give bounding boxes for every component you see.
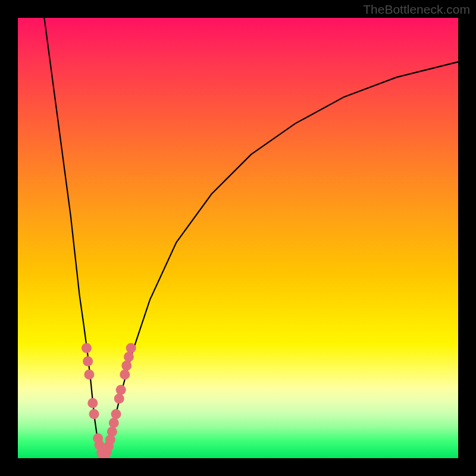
curve-left-branch — [44, 18, 101, 455]
plot-area — [18, 18, 458, 458]
dot-point — [116, 385, 126, 395]
dot-point — [114, 394, 124, 404]
dot-point — [126, 343, 136, 353]
dot-point — [109, 418, 119, 428]
dot-point — [111, 409, 121, 419]
dot-point — [89, 409, 99, 419]
dot-point — [120, 369, 130, 380]
dot-point — [83, 356, 93, 367]
dot-point — [82, 343, 92, 353]
chart-frame: TheBottleneck.com — [0, 0, 476, 476]
dot-point — [121, 361, 131, 371]
highlight-dots — [82, 343, 136, 459]
curve-right-branch — [104, 62, 458, 456]
watermark-text: TheBottleneck.com — [363, 2, 470, 17]
dot-point — [87, 398, 98, 408]
dot-point — [84, 369, 94, 380]
dot-point — [124, 352, 134, 362]
bottleneck-curve-svg — [18, 18, 458, 458]
dot-point — [107, 427, 117, 437]
